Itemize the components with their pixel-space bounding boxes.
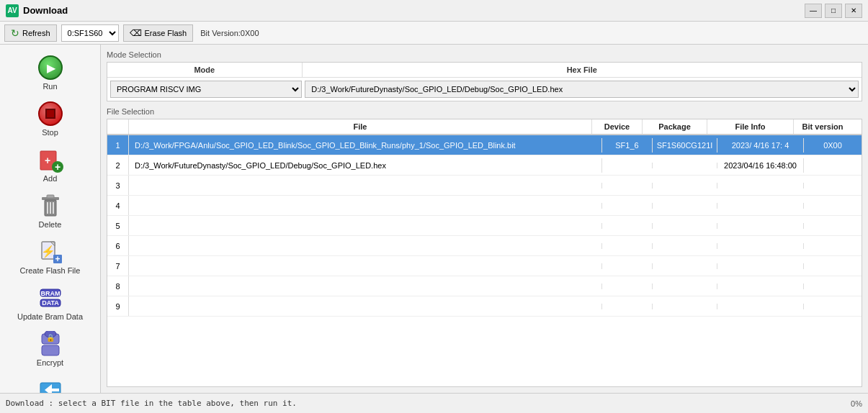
row-fileinfo: 2023/ 4/16 17: 4 — [717, 138, 804, 153]
row-bitver — [804, 304, 862, 309]
delete-icon — [37, 193, 63, 219]
app-title: Download — [23, 5, 68, 16]
row-num: 8 — [107, 276, 129, 296]
col-bitver: Bit version — [794, 119, 851, 134]
row-file — [129, 263, 602, 269]
file-selection: File Device Package File Info Bit versio… — [107, 119, 862, 387]
row-fileinfo — [717, 203, 804, 209]
table-row[interactable]: 1 D:/3_Work/FPGA/Anlu/Soc_GPIO_LED_Blink… — [107, 135, 862, 155]
mode-header: Mode Hex File — [107, 63, 862, 78]
create-flash-label: Create Flash File — [20, 266, 81, 275]
refresh-button[interactable]: ↻ Refresh — [4, 24, 57, 42]
row-file: D:/3_Work/FPGA/Anlu/Soc_GPIO_LED_Blink/S… — [129, 138, 602, 153]
col-fileinfo: File Info — [707, 119, 794, 134]
title-bar-controls[interactable]: — □ ✕ — [805, 4, 862, 18]
create-flash-icon: ⚡ + — [37, 239, 63, 265]
col-package: Package — [643, 119, 707, 134]
table-row[interactable]: 9 — [107, 296, 862, 317]
table-row[interactable]: 5 — [107, 216, 862, 236]
row-file — [129, 223, 602, 229]
hex-file-dropdown[interactable]: D:/3_Work/FutureDynasty/Soc_GPIO_LED/Deb… — [305, 81, 859, 98]
row-device — [602, 243, 653, 249]
row-device — [602, 163, 653, 168]
sidebar-item-create-flash[interactable]: ⚡ + Create Flash File — [7, 235, 94, 279]
sidebar-item-delete[interactable]: Delete — [7, 189, 94, 233]
row-device: SF1_6 — [602, 138, 653, 153]
encrypt-icon: 🔒 — [37, 331, 63, 357]
add-label: Add — [43, 174, 58, 183]
row-file — [129, 304, 602, 309]
row-device — [602, 283, 653, 289]
title-bar: AV Download — □ ✕ — [0, 0, 868, 22]
mode-selection: Mode Hex File PROGRAM RISCV IMG D:/3_Wor… — [107, 62, 862, 101]
row-device — [602, 183, 653, 189]
row-num: 1 — [107, 135, 129, 155]
sidebar-item-run[interactable]: ▶ Run — [7, 50, 94, 95]
row-fileinfo — [717, 263, 804, 269]
update-bram-icon: BRAM DATA — [37, 285, 63, 311]
table-row[interactable]: 7 — [107, 256, 862, 276]
maximize-button[interactable]: □ — [825, 4, 842, 18]
sidebar-item-stop[interactable]: Stop — [7, 96, 94, 141]
row-file: D:/3_Work/FutureDynasty/Soc_GPIO_LED/Deb… — [129, 158, 602, 173]
app-logo: AV — [6, 4, 19, 17]
row-num: 3 — [107, 176, 129, 195]
stop-icon — [37, 101, 63, 127]
table-row[interactable]: 4 — [107, 196, 862, 216]
row-fileinfo — [717, 183, 804, 189]
row-file — [129, 183, 602, 189]
status-progress: 0% — [841, 399, 862, 408]
refresh-icon: ↻ — [11, 27, 19, 39]
file-table-header: File Device Package File Info Bit versio… — [107, 119, 862, 135]
file-section-label: File Selection — [107, 107, 862, 116]
sidebar: ▶ Run Stop + + Add — [0, 45, 101, 393]
table-row[interactable]: 8 — [107, 276, 862, 296]
row-device — [602, 304, 653, 309]
sidebar-item-merge-dualboot[interactable]: Merge Dualboot Bit — [7, 373, 94, 393]
close-button[interactable]: ✕ — [845, 4, 862, 18]
sidebar-item-update-bram[interactable]: BRAM DATA Update Bram Data — [7, 281, 94, 325]
row-device — [602, 263, 653, 269]
run-label: Run — [42, 82, 57, 91]
row-num: 4 — [107, 196, 129, 215]
row-bitver — [804, 163, 862, 168]
row-bitver — [804, 263, 862, 269]
table-row[interactable]: 3 — [107, 176, 862, 196]
device-select[interactable]: 0:SF1S60 — [61, 24, 119, 42]
col-device: Device — [592, 119, 643, 134]
svg-text:+: + — [55, 254, 60, 264]
row-package — [653, 283, 717, 289]
svg-text:+: + — [44, 155, 50, 166]
table-row[interactable]: 2 D:/3_Work/FutureDynasty/Soc_GPIO_LED/D… — [107, 155, 862, 176]
erase-icon: ⌫ — [130, 28, 142, 38]
sidebar-item-add[interactable]: + + Add — [7, 142, 94, 187]
row-package — [653, 263, 717, 269]
row-bitver — [804, 223, 862, 229]
row-num: 5 — [107, 216, 129, 235]
row-fileinfo: 2023/04/16 16:48:00 — [717, 158, 804, 173]
mode-section-label: Mode Selection — [107, 50, 862, 59]
mode-row: PROGRAM RISCV IMG D:/3_Work/FutureDynast… — [107, 78, 862, 101]
row-package — [653, 223, 717, 229]
mode-dropdown[interactable]: PROGRAM RISCV IMG — [110, 81, 302, 98]
update-bram-label: Update Bram Data — [17, 312, 83, 321]
row-num: 9 — [107, 296, 129, 316]
erase-flash-button[interactable]: ⌫ Erase Flash — [123, 24, 194, 42]
svg-rect-21 — [42, 345, 59, 355]
row-device — [602, 223, 653, 229]
run-icon: ▶ — [37, 55, 63, 81]
row-package — [653, 183, 717, 189]
minimize-button[interactable]: — — [805, 4, 822, 18]
encrypt-label: Encrypt — [37, 358, 63, 367]
row-package — [653, 203, 717, 209]
table-row[interactable]: 6 — [107, 236, 862, 256]
svg-rect-9 — [47, 195, 54, 198]
row-bitver — [804, 283, 862, 289]
add-icon: + + — [37, 147, 63, 173]
svg-text:BRAM: BRAM — [40, 290, 60, 297]
file-table-body[interactable]: 1 D:/3_Work/FPGA/Anlu/Soc_GPIO_LED_Blink… — [107, 135, 862, 386]
row-package: SF1S60CG121I — [653, 138, 717, 153]
sidebar-item-encrypt[interactable]: 🔒 Encrypt — [7, 327, 94, 371]
bit-version-label: Bit Version:0X00 — [200, 29, 259, 37]
erase-label: Erase Flash — [145, 29, 187, 37]
